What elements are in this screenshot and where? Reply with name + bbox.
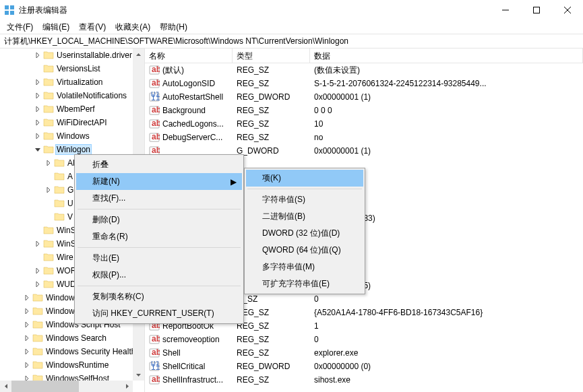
tree-item-label: WiFiDirectAPI [55,118,109,127]
scroll-left-button[interactable] [0,381,11,392]
folder-icon [32,319,43,330]
expand-icon[interactable] [32,131,43,141]
tree-item[interactable]: WiFiDirectAPI [0,116,144,129]
maximize-button[interactable] [521,0,552,20]
menu-new[interactable]: 新建(N) ▶ [76,173,242,190]
expand-icon[interactable] [22,360,32,370]
expand-icon[interactable] [22,319,32,330]
submenu-key[interactable]: 项(K) [246,170,363,187]
submenu-qword[interactable]: QWORD (64 位)值(Q) [246,242,363,259]
expand-icon[interactable] [22,292,32,303]
menu-view[interactable]: 查看(V) [75,20,110,34]
list-row[interactable]: abShellInfrastruct...REG_SZsihost.exe [145,373,583,387]
string-value-icon: ab [149,348,160,358]
minimize-button[interactable] [490,0,521,20]
expand-icon[interactable] [32,265,43,276]
list-row[interactable]: ab(默认)REG_SZ(数值未设置) [145,63,583,77]
folder-icon [43,104,54,115]
menu-copy-key-name[interactable]: 复制项名称(C) [76,288,242,305]
folder-icon [43,63,54,74]
tree-item[interactable]: VolatileNotifications [0,89,144,102]
tree-scrollbar-horizontal[interactable] [0,381,133,392]
menu-help[interactable]: 帮助(H) [156,20,191,34]
tree-item[interactable]: VersionsList [0,62,144,75]
tree-item[interactable]: Userinstallable.driver [0,48,144,62]
list-row[interactable]: abscremoveoptionREG_SZ0 [145,333,583,346]
menu-export[interactable]: 导出(E) [76,250,242,267]
expand-icon[interactable] [32,50,43,61]
cell-type: REG_SZ [233,308,310,317]
folder-icon [54,211,65,222]
menu-delete[interactable]: 删除(D) [76,211,242,228]
expand-icon[interactable] [22,306,32,317]
scroll-thumb[interactable] [11,381,79,392]
scroll-right-button[interactable] [121,381,133,392]
cell-name: abscremoveoption [145,334,233,345]
submenu-binary[interactable]: 二进制值(B) [246,208,363,225]
expand-icon[interactable] [43,158,54,168]
cell-type: G_SZ [233,294,310,304]
folder-icon [54,158,65,168]
menu-rename[interactable]: 重命名(R) [76,228,242,245]
tree-item[interactable]: Windows Search [0,331,144,345]
menu-edit[interactable]: 编辑(E) [38,20,73,34]
list-row[interactable]: 011110ShellCriticalREG_DWORD0x00000000 (… [145,360,583,373]
value-name: Shell [162,348,181,358]
expand-icon[interactable] [32,238,43,249]
cell-name: abBackground [145,105,233,116]
tree-item[interactable]: WbemPerf [0,102,144,116]
list-row[interactable]: 011110AutoRestartShellREG_DWORD0x0000000… [145,90,583,104]
collapse-icon[interactable] [32,144,43,155]
menu-favorites[interactable]: 收藏夹(A) [111,20,154,34]
list-row[interactable]: abCachedLogons...REG_SZ10 [145,117,583,131]
submenu-string[interactable]: 字符串值(S) [246,191,363,208]
menu-find[interactable]: 查找(F)... [76,190,242,207]
list-row[interactable]: abDebugServerC...REG_SZno [145,131,583,144]
expand-icon[interactable] [32,90,43,101]
expand-icon[interactable] [22,333,32,344]
list-row[interactable]: abAutoLogonSIDREG_SZS-1-5-21-2076061324-… [145,77,583,90]
submenu-multi-string[interactable]: 多字符串值(M) [246,259,363,275]
svg-text:ab: ab [152,132,160,141]
menu-goto-hkcu[interactable]: 访问 HKEY_CURRENT_USER(T) [76,305,242,322]
menu-collapse[interactable]: 折叠 [76,156,242,173]
string-value-icon: ab [149,132,160,143]
svg-rect-2 [5,11,9,15]
list-row[interactable]: abShellREG_SZexplorer.exe [145,346,583,360]
tree-item[interactable]: Virtualization [0,75,144,89]
cell-type: REG_SZ [233,335,310,344]
scroll-down-button[interactable] [133,369,144,381]
menu-permissions[interactable]: 权限(P)... [76,267,242,284]
menu-file[interactable]: 文件(F) [3,20,37,34]
svg-marker-19 [36,282,39,287]
expand-icon[interactable] [32,104,43,115]
cell-type: REG_SZ [233,106,310,115]
expand-icon[interactable] [32,117,43,128]
expand-icon[interactable] [32,77,43,88]
svg-marker-18 [36,268,39,273]
expand-icon[interactable] [32,279,43,290]
list-row[interactable]: abBackgroundREG_SZ0 0 0 [145,104,583,117]
menu-separator [78,247,241,248]
expand-icon[interactable] [43,185,54,195]
address-bar[interactable]: 计算机\HKEY_LOCAL_MACHINE\SOFTWARE\Microsof… [0,34,583,48]
menu-separator [78,286,241,286]
value-name: Background [162,106,206,115]
close-button[interactable] [552,0,583,20]
tree-item[interactable]: Windows [0,129,144,143]
tree-item[interactable]: Windows Security Health [0,345,144,358]
value-name: AutoRestartShell [162,92,223,102]
col-header-data[interactable]: 数据 [310,48,583,63]
tree-context-menu: 折叠 新建(N) ▶ 查找(F)... 删除(D) 重命名(R) 导出(E) 权… [74,154,244,324]
folder-icon [54,185,65,195]
new-submenu: 项(K) 字符串值(S) 二进制值(B) DWORD (32 位)值(D) QW… [244,168,365,294]
expand-icon[interactable] [22,346,32,357]
col-header-type[interactable]: 类型 [233,48,310,63]
submenu-expand-string[interactable]: 可扩充字符串值(E) [246,275,363,292]
submenu-dword[interactable]: DWORD (32 位)值(D) [246,225,363,242]
tree-item[interactable]: WindowsRuntime [0,358,144,372]
scroll-up-button[interactable] [133,48,144,60]
cell-type: REG_SZ [233,79,310,88]
tree-item-label: Winlogon [55,144,92,155]
col-header-name[interactable]: 名称 [145,48,233,63]
